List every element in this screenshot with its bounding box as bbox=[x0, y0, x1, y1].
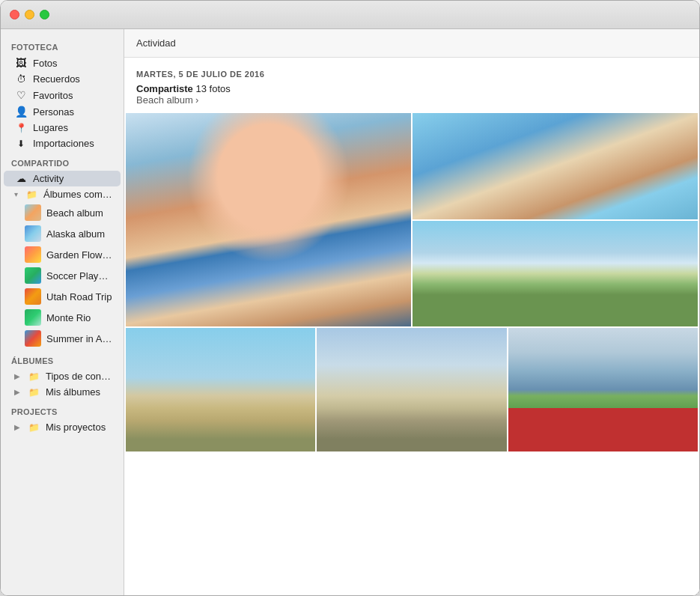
monte-rio-thumb bbox=[25, 309, 41, 326]
mis-albumes-icon: 📁 bbox=[27, 387, 40, 398]
sidebar-section-albumes: Álbumes bbox=[1, 349, 124, 368]
album-link-text: Beach album bbox=[136, 94, 193, 106]
activity-header: Actividad bbox=[124, 29, 699, 58]
imports-icon: ⬇ bbox=[14, 139, 28, 149]
right-panel: Actividad MARTES, 5 DE JULIO DE 2016 Com… bbox=[124, 29, 699, 595]
photos-icon: 🖼 bbox=[14, 57, 28, 69]
app-window: Fototeca 🖼 Fotos ⏱ Recuerdos ♡ Favoritos… bbox=[0, 0, 700, 596]
sidebar-item-albumes-compartidos[interactable]: ▾ 📁 Álbumes compartid... bbox=[4, 186, 121, 202]
garden-flowers-label: Garden Flowers bbox=[46, 249, 113, 261]
sidebar-section-fototeca: Fototeca bbox=[1, 35, 124, 55]
sidebar-item-lugares-label: Lugares bbox=[33, 122, 68, 133]
shared-line: Compartiste 13 fotos bbox=[136, 83, 687, 94]
sidebar-item-tipos-de-contenido[interactable]: ▶ 📁 Tipos de contenido bbox=[4, 368, 121, 384]
sidebar-item-lugares[interactable]: 📍 Lugares bbox=[4, 120, 121, 136]
photo-beach-wide[interactable] bbox=[126, 328, 315, 451]
disclosure-tipos-icon: ▶ bbox=[14, 372, 20, 380]
sidebar-item-summer-in-aus[interactable]: Summer in Aus... bbox=[4, 328, 121, 349]
shared-albums-icon: 📁 bbox=[25, 189, 38, 200]
sidebar-item-fotos[interactable]: 🖼 Fotos bbox=[4, 55, 121, 71]
sidebar-section-compartido: Compartido bbox=[1, 151, 124, 171]
alaska-album-thumb bbox=[25, 225, 41, 242]
close-button[interactable] bbox=[10, 10, 19, 19]
alaska-album-label: Alaska album bbox=[46, 228, 105, 240]
tipos-de-contenido-label: Tipos de contenido bbox=[46, 371, 113, 382]
photo-girl-scarf[interactable] bbox=[126, 113, 411, 326]
arrow-icon: › bbox=[195, 94, 198, 106]
sidebar-item-soccer-playoffs[interactable]: Soccer Playoffs bbox=[4, 265, 121, 286]
summer-in-aus-label: Summer in Aus... bbox=[46, 333, 113, 344]
sidebar-item-utah-road-trip[interactable]: Utah Road Trip bbox=[4, 286, 121, 307]
activity-content[interactable]: MARTES, 5 DE JULIO DE 2016 Compartiste 1… bbox=[124, 58, 699, 595]
sidebar-item-recuerdos[interactable]: ⏱ Recuerdos bbox=[4, 71, 121, 87]
activity-icon: ☁ bbox=[14, 173, 28, 184]
disclosure-icon: ▾ bbox=[14, 190, 18, 198]
sidebar-item-personas[interactable]: 👤 Personas bbox=[4, 103, 121, 120]
summer-in-aus-thumb bbox=[25, 330, 41, 347]
bottom-row bbox=[126, 328, 698, 451]
soccer-playoffs-label: Soccer Playoffs bbox=[46, 270, 113, 282]
sidebar: Fototeca 🖼 Fotos ⏱ Recuerdos ♡ Favoritos… bbox=[1, 29, 124, 595]
top-right-photos bbox=[413, 113, 698, 326]
disclosure-mis-icon: ▶ bbox=[14, 388, 20, 396]
sidebar-item-importaciones-label: Importaciones bbox=[33, 138, 94, 149]
main-content: Fototeca 🖼 Fotos ⏱ Recuerdos ♡ Favoritos… bbox=[1, 29, 699, 595]
titlebar bbox=[1, 1, 699, 29]
utah-road-trip-label: Utah Road Trip bbox=[46, 291, 112, 302]
sidebar-item-garden-flowers[interactable]: Garden Flowers bbox=[4, 244, 121, 265]
sidebar-item-alaska-album[interactable]: Alaska album bbox=[4, 223, 121, 244]
sidebar-item-personas-label: Personas bbox=[33, 106, 74, 118]
maximize-button[interactable] bbox=[40, 10, 49, 19]
photo-girl-jacket[interactable] bbox=[508, 328, 698, 451]
shared-text: Compartiste bbox=[136, 83, 193, 94]
sidebar-item-activity-label: Activity bbox=[33, 173, 64, 184]
memories-icon: ⏱ bbox=[14, 73, 28, 85]
sidebar-item-favoritos[interactable]: ♡ Favoritos bbox=[4, 87, 121, 103]
top-row bbox=[126, 113, 698, 326]
sidebar-item-recuerdos-label: Recuerdos bbox=[33, 73, 80, 85]
photo-count: 13 fotos bbox=[195, 83, 230, 94]
sidebar-section-projects: Projects bbox=[1, 400, 124, 419]
album-link[interactable]: Beach album › bbox=[136, 94, 687, 106]
photo-grid bbox=[124, 113, 699, 453]
monte-rio-label: Monte Rio bbox=[46, 312, 91, 323]
sidebar-item-monte-rio[interactable]: Monte Rio bbox=[4, 307, 121, 328]
sidebar-item-albumes-label: Álbumes compartid... bbox=[43, 189, 113, 200]
mis-proyectos-label: Mis proyectos bbox=[46, 422, 106, 433]
garden-flowers-thumb bbox=[25, 246, 41, 263]
photo-boy-beach[interactable] bbox=[317, 328, 506, 451]
people-icon: 👤 bbox=[14, 106, 28, 118]
sidebar-item-favoritos-label: Favoritos bbox=[33, 90, 73, 101]
sidebar-item-mis-albumes[interactable]: ▶ 📁 Mis álbumes bbox=[4, 384, 121, 400]
sidebar-item-mis-proyectos[interactable]: ▶ 📁 Mis proyectos bbox=[4, 419, 121, 435]
sidebar-item-activity[interactable]: ☁ Activity bbox=[4, 171, 121, 186]
shared-info: Compartiste 13 fotos Beach album › bbox=[124, 83, 699, 113]
places-icon: 📍 bbox=[14, 123, 28, 133]
photo-mom-child[interactable] bbox=[413, 113, 698, 219]
activity-date: MARTES, 5 DE JULIO DE 2016 bbox=[124, 58, 699, 83]
sidebar-item-fotos-label: Fotos bbox=[33, 58, 58, 69]
minimize-button[interactable] bbox=[25, 10, 34, 19]
traffic-lights bbox=[10, 10, 49, 19]
disclosure-proyectos-icon: ▶ bbox=[14, 423, 20, 431]
activity-title: Actividad bbox=[136, 37, 176, 49]
soccer-playoffs-thumb bbox=[25, 267, 41, 284]
beach-album-thumb bbox=[25, 204, 41, 221]
beach-album-label: Beach album bbox=[46, 207, 103, 219]
tipos-icon: 📁 bbox=[27, 371, 40, 382]
utah-road-trip-thumb bbox=[25, 288, 41, 305]
sidebar-item-beach-album[interactable]: Beach album bbox=[4, 202, 121, 223]
mis-albumes-label: Mis álbumes bbox=[46, 386, 100, 398]
sidebar-item-importaciones[interactable]: ⬇ Importaciones bbox=[4, 136, 121, 151]
favorites-icon: ♡ bbox=[14, 89, 28, 101]
photo-girl-frisbee[interactable] bbox=[413, 221, 698, 327]
mis-proyectos-icon: 📁 bbox=[27, 422, 40, 433]
